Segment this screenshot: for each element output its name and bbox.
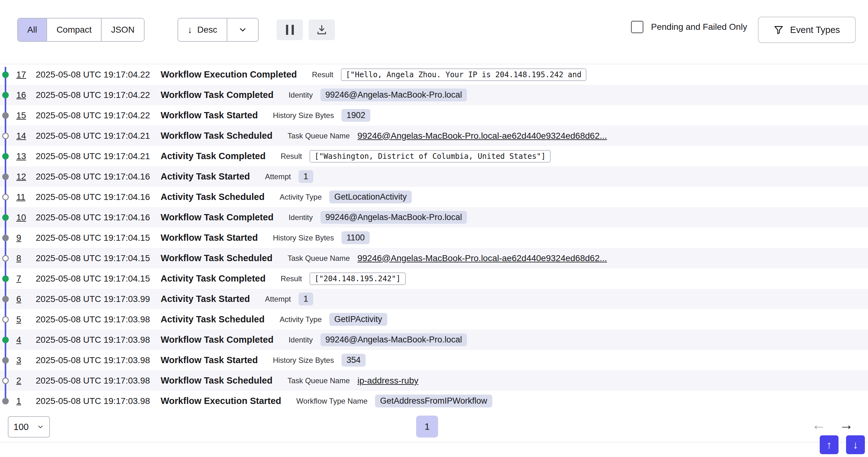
event-row[interactable]: 6 2025-05-08 UTC 19:17:03.99 Activity Ta… <box>0 289 868 309</box>
event-timestamp: 2025-05-08 UTC 19:17:03.98 <box>36 314 150 324</box>
event-timestamp: 2025-05-08 UTC 19:17:03.98 <box>36 376 150 386</box>
event-status-dot <box>2 255 9 261</box>
event-detail-label: Attempt <box>265 295 291 304</box>
event-id-link[interactable]: 12 <box>16 172 31 182</box>
page-number-button[interactable]: 1 <box>416 416 438 437</box>
event-id-link[interactable]: 10 <box>16 212 31 223</box>
event-row[interactable]: 4 2025-05-08 UTC 19:17:03.98 Workflow Ta… <box>0 330 868 350</box>
event-detail-label: History Size Bytes <box>273 111 334 120</box>
event-row[interactable]: 11 2025-05-08 UTC 19:17:04.16 Activity T… <box>0 187 868 207</box>
event-id-link[interactable]: 4 <box>16 335 31 345</box>
event-row[interactable]: 17 2025-05-08 UTC 19:17:04.22 Workflow E… <box>0 64 868 85</box>
tab-all[interactable]: All <box>18 19 46 41</box>
event-type-name: Workflow Execution Completed <box>160 69 297 80</box>
sort-desc-button[interactable]: ↓ Desc <box>178 19 227 41</box>
event-id-link[interactable]: 3 <box>16 355 31 365</box>
arrow-down-icon: ↓ <box>188 25 192 35</box>
event-id-link[interactable]: 17 <box>16 70 31 80</box>
event-type-name: Workflow Task Scheduled <box>160 253 273 263</box>
event-detail-value-link[interactable]: 99246@Angelas-MacBook-Pro.local-ae62d440… <box>358 253 607 263</box>
sort-label: Desc <box>197 25 217 35</box>
event-detail-value-link[interactable]: ip-address-ruby <box>358 376 418 386</box>
event-id-link[interactable]: 13 <box>16 151 31 161</box>
event-type-name: Activity Task Started <box>160 294 250 304</box>
previous-page-button[interactable]: ← <box>811 418 826 432</box>
event-detail-value: 99246@Angelas-MacBook-Pro.local <box>320 211 467 224</box>
event-status-dot <box>2 337 9 343</box>
filter-funnel-icon <box>774 25 784 35</box>
event-row[interactable]: 5 2025-05-08 UTC 19:17:03.98 Activity Ta… <box>0 309 868 330</box>
event-type-name: Workflow Task Started <box>160 355 258 365</box>
scroll-buttons: ↑ ↓ <box>820 435 865 454</box>
event-id-link[interactable]: 15 <box>16 111 31 120</box>
event-timestamp: 2025-05-08 UTC 19:17:04.16 <box>36 212 150 223</box>
chevron-down-icon <box>37 423 44 431</box>
event-timestamp: 2025-05-08 UTC 19:17:04.22 <box>36 70 150 80</box>
event-row[interactable]: 13 2025-05-08 UTC 19:17:04.21 Activity T… <box>0 146 868 166</box>
pause-icon <box>286 25 294 35</box>
event-row[interactable]: 9 2025-05-08 UTC 19:17:04.15 Workflow Ta… <box>0 228 868 248</box>
event-status-dot <box>2 275 9 282</box>
event-types-button[interactable]: Event Types <box>758 17 856 43</box>
event-types-label: Event Types <box>790 25 840 35</box>
event-id-link[interactable]: 9 <box>16 233 31 243</box>
event-id-link[interactable]: 14 <box>16 131 31 141</box>
event-detail-value: 354 <box>341 354 366 367</box>
pending-failed-label[interactable]: Pending and Failed Only <box>651 22 747 32</box>
event-id-link[interactable]: 2 <box>16 376 31 386</box>
event-status-dot <box>2 357 9 364</box>
event-type-name: Workflow Execution Started <box>160 396 281 406</box>
event-type-name: Workflow Task Scheduled <box>160 375 273 386</box>
event-detail-label: History Size Bytes <box>273 356 334 365</box>
event-status-dot <box>2 377 9 384</box>
event-row[interactable]: 3 2025-05-08 UTC 19:17:03.98 Workflow Ta… <box>0 350 868 370</box>
event-id-link[interactable]: 6 <box>16 294 31 304</box>
tab-json[interactable]: JSON <box>101 19 144 41</box>
event-type-name: Activity Task Completed <box>160 274 266 284</box>
event-detail-value: 1 <box>299 170 313 183</box>
event-row[interactable]: 1 2025-05-08 UTC 19:17:03.98 Workflow Ex… <box>0 391 868 411</box>
event-timestamp: 2025-05-08 UTC 19:17:04.15 <box>36 274 150 284</box>
event-row[interactable]: 10 2025-05-08 UTC 19:17:04.16 Workflow T… <box>0 207 868 228</box>
event-row[interactable]: 15 2025-05-08 UTC 19:17:04.22 Workflow T… <box>0 105 868 125</box>
download-button[interactable] <box>309 20 335 40</box>
event-status-dot <box>2 173 9 180</box>
event-id-link[interactable]: 16 <box>16 90 31 100</box>
event-detail-label: History Size Bytes <box>273 233 334 242</box>
event-timestamp: 2025-05-08 UTC 19:17:04.21 <box>36 131 150 141</box>
event-row[interactable]: 16 2025-05-08 UTC 19:17:04.22 Workflow T… <box>0 85 868 105</box>
event-detail-value: GetAddressFromIPWorkflow <box>375 395 492 407</box>
event-id-link[interactable]: 11 <box>16 192 31 202</box>
event-id-link[interactable]: 8 <box>16 253 31 263</box>
pause-button[interactable] <box>277 20 303 40</box>
next-page-button[interactable]: → <box>839 418 854 432</box>
event-timestamp: 2025-05-08 UTC 19:17:04.22 <box>36 90 150 100</box>
event-row[interactable]: 14 2025-05-08 UTC 19:17:04.21 Workflow T… <box>0 125 868 146</box>
event-detail-label: Task Queue Name <box>287 376 350 385</box>
event-detail-value: 99246@Angelas-MacBook-Pro.local <box>320 88 467 102</box>
event-detail-value-link[interactable]: 99246@Angelas-MacBook-Pro.local-ae62d440… <box>358 131 607 141</box>
download-icon <box>316 24 328 35</box>
event-id-link[interactable]: 7 <box>16 274 31 284</box>
event-id-link[interactable]: 1 <box>16 396 31 406</box>
event-id-link[interactable]: 5 <box>16 314 31 324</box>
event-type-name: Workflow Task Started <box>160 110 258 120</box>
event-row[interactable]: 12 2025-05-08 UTC 19:17:04.16 Activity T… <box>0 166 868 187</box>
event-detail-label: Activity Type <box>280 193 322 201</box>
sort-options-button[interactable] <box>227 19 258 41</box>
scroll-to-bottom-button[interactable]: ↓ <box>846 435 865 454</box>
event-row[interactable]: 2 2025-05-08 UTC 19:17:03.98 Workflow Ta… <box>0 370 868 391</box>
event-detail-label: Result <box>281 274 302 283</box>
event-detail-value: GetIPActivity <box>329 313 387 326</box>
event-row[interactable]: 7 2025-05-08 UTC 19:17:04.15 Activity Ta… <box>0 268 868 289</box>
scroll-to-top-button[interactable]: ↑ <box>820 435 839 454</box>
event-detail-label: Result <box>281 152 302 161</box>
event-row[interactable]: 8 2025-05-08 UTC 19:17:04.15 Workflow Ta… <box>0 248 868 268</box>
page-size-select[interactable]: 100 <box>8 416 50 437</box>
pending-failed-checkbox[interactable] <box>631 21 644 33</box>
tab-compact[interactable]: Compact <box>46 19 101 41</box>
event-timestamp: 2025-05-08 UTC 19:17:04.21 <box>36 151 150 161</box>
event-detail-label: Result <box>312 70 333 79</box>
pending-failed-filter: Pending and Failed Only <box>631 21 747 33</box>
event-detail-value: 1902 <box>341 109 370 122</box>
